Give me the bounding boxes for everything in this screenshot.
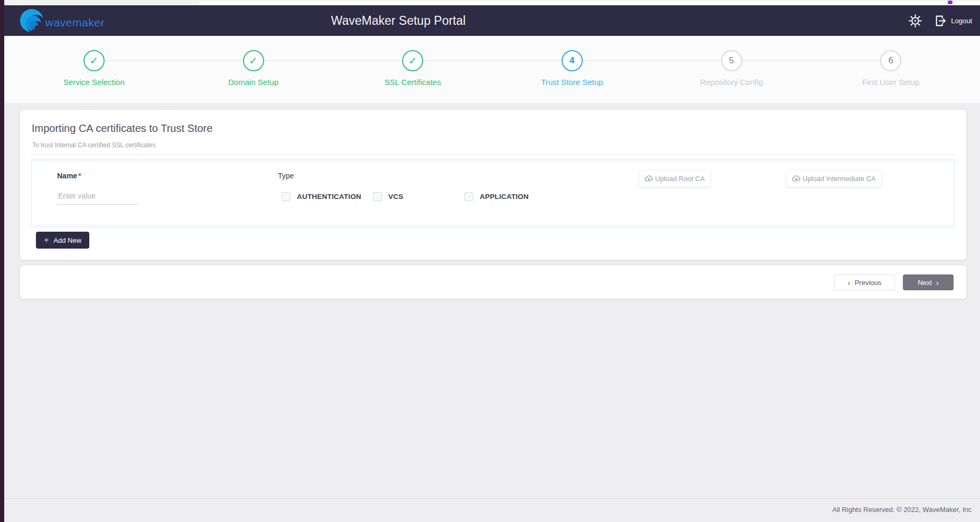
checkbox-box[interactable]: [282, 192, 291, 201]
logout-button[interactable]: Logout: [934, 14, 972, 27]
chevron-left-icon: ‹: [848, 279, 851, 287]
name-label-text: Name: [57, 172, 77, 180]
step-3-circle: ✓: [402, 50, 423, 71]
wavemaker-logo: wavemaker: [18, 8, 124, 34]
certificate-row-panel: Name* Type AUTHENTICATION VCS APPLICATIO…: [31, 159, 955, 227]
trust-store-card: Importing CA certificates to Trust Store…: [20, 110, 966, 260]
step-3-label: SSL Certificates: [385, 78, 441, 87]
gear-icon: [908, 14, 922, 28]
step-first-user-setup[interactable]: 6 First User Setup: [811, 36, 970, 103]
cloud-upload-icon: [645, 174, 654, 183]
step-ssl-certificates[interactable]: ✓ SSL Certificates: [333, 36, 492, 103]
step-6-circle: 6: [880, 50, 901, 71]
step-2-circle: ✓: [243, 50, 264, 71]
setup-stepper: ✓ Service Selection ✓ Domain Setup ✓ SSL…: [14, 36, 970, 103]
screen-edge-strip: [0, 0, 4, 522]
logout-label: Logout: [951, 17, 972, 25]
upload-root-ca-label: Upload Root CA: [655, 175, 705, 183]
screen: wavemaker WaveMaker Setup Portal: [0, 0, 980, 522]
step-1-label: Service Selection: [63, 78, 125, 87]
stepper-bar: ✓ Service Selection ✓ Domain Setup ✓ SSL…: [4, 36, 980, 103]
add-new-label: Add New: [53, 236, 81, 244]
wizard-actions-card: ‹ Previous Next ›: [20, 265, 966, 299]
checkbox-authentication[interactable]: AUTHENTICATION: [282, 192, 361, 201]
step-4-label: Trust Store Setup: [541, 78, 603, 87]
step-service-selection[interactable]: ✓ Service Selection: [14, 36, 174, 103]
header-actions: Logout: [908, 5, 972, 36]
check-icon: ✓: [249, 54, 258, 67]
next-button[interactable]: Next ›: [903, 274, 954, 290]
step-5-label: Repository Config: [700, 78, 763, 87]
type-field-label: Type: [278, 172, 294, 180]
step-trust-store-setup[interactable]: 4 Trust Store Setup: [492, 36, 652, 103]
check-icon: ✓: [408, 54, 417, 67]
app-header: wavemaker WaveMaker Setup Portal: [4, 5, 980, 36]
app-footer: All Rights Reserved. © 2022, WaveMaker, …: [4, 498, 980, 522]
next-label: Next: [918, 279, 932, 287]
section-subtitle: To trust Internal CA certified SSL certi…: [32, 141, 156, 149]
chevron-right-icon: ›: [936, 279, 939, 287]
browser-tab-edge: [199, 1, 980, 5]
divider: [32, 155, 955, 155]
name-field-label: Name*: [57, 172, 81, 180]
checkbox-label: APPLICATION: [480, 193, 529, 201]
step-4-circle: 4: [562, 50, 583, 71]
checkbox-label: AUTHENTICATION: [297, 193, 361, 201]
step-2-label: Domain Setup: [228, 78, 278, 87]
previous-label: Previous: [855, 279, 882, 287]
upload-root-ca-button[interactable]: Upload Root CA: [639, 170, 710, 187]
add-new-button[interactable]: + Add New: [36, 232, 89, 249]
checkbox-label: VCS: [388, 193, 403, 201]
check-icon: ✓: [89, 54, 98, 67]
checkbox-box[interactable]: [464, 192, 473, 201]
required-asterisk: *: [78, 172, 81, 180]
section-title: Importing CA certificates to Trust Store: [32, 122, 212, 135]
step-1-circle: ✓: [83, 50, 105, 71]
plus-icon: +: [44, 235, 49, 245]
step-6-label: First User Setup: [862, 78, 919, 87]
checkbox-vcs[interactable]: VCS: [373, 192, 403, 201]
step-domain-setup[interactable]: ✓ Domain Setup: [174, 36, 333, 103]
step-5-circle: 5: [721, 50, 742, 71]
previous-button[interactable]: ‹ Previous: [834, 274, 895, 290]
step-repository-config[interactable]: 5 Repository Config: [652, 36, 811, 103]
page-title: WaveMaker Setup Portal: [331, 14, 466, 28]
browser-chrome-strip: [4, 0, 980, 5]
checkbox-application[interactable]: APPLICATION: [464, 192, 529, 201]
logout-icon: [934, 14, 947, 27]
logo-text: wavemaker: [45, 16, 105, 29]
copyright-text: All Rights Reserved. © 2022, WaveMaker, …: [833, 506, 972, 514]
upload-intermediate-ca-label: Upload Intermediate CA: [802, 175, 876, 183]
browser-extension-dot: [948, 1, 953, 4]
settings-button[interactable]: [908, 14, 922, 28]
checkbox-box[interactable]: [373, 192, 382, 201]
certificate-row: Name* Type AUTHENTICATION VCS APPLICATIO…: [32, 162, 954, 224]
name-input[interactable]: [57, 189, 137, 205]
upload-intermediate-ca-button[interactable]: Upload Intermediate CA: [787, 170, 881, 187]
cloud-upload-icon: [792, 174, 801, 183]
